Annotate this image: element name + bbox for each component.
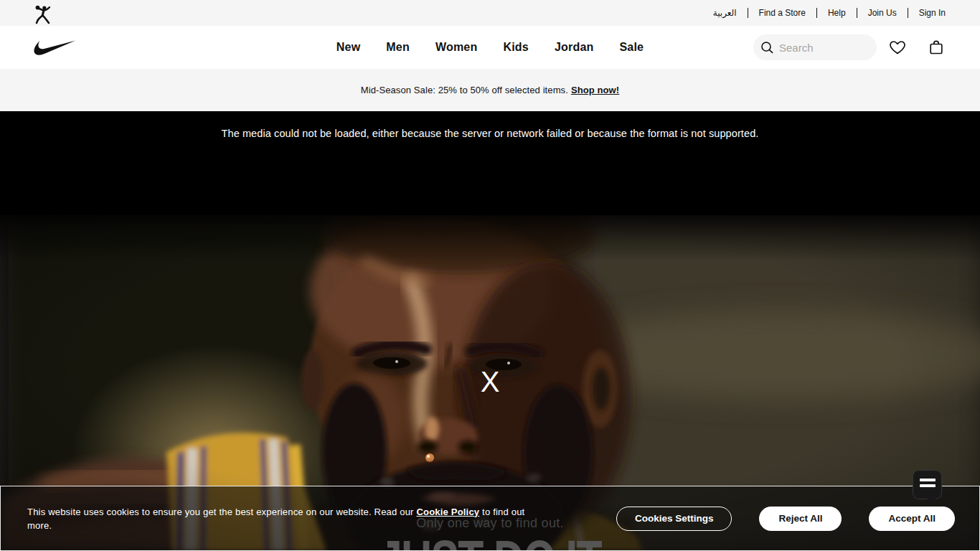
- nav-item-men[interactable]: Men: [386, 41, 410, 54]
- cookie-consent-banner: This website uses cookies to ensure you …: [0, 486, 980, 551]
- cookie-actions: Cookies Settings Reject All Accept All: [616, 507, 955, 531]
- find-a-store-link[interactable]: Find a Store: [759, 8, 806, 18]
- media-error-message: The media could not be loaded, either be…: [222, 128, 759, 139]
- help-link[interactable]: Help: [828, 8, 846, 18]
- promo-banner: Mid-Season Sale: 25% to 50% off selected…: [0, 69, 980, 111]
- cookies-settings-button[interactable]: Cookies Settings: [616, 507, 732, 531]
- chat-widget-icon[interactable]: [913, 470, 942, 499]
- sign-in-link[interactable]: Sign In: [919, 8, 946, 18]
- accept-all-button[interactable]: Accept All: [869, 507, 955, 531]
- jordan-jumpman-logo[interactable]: [34, 4, 52, 24]
- cookie-policy-link[interactable]: Cookie Policy: [416, 507, 479, 517]
- utility-links: العربية Find a Store Help Join Us Sign I…: [713, 8, 946, 18]
- search-input[interactable]: [779, 42, 858, 54]
- utility-bar: العربية Find a Store Help Join Us Sign I…: [0, 0, 980, 26]
- main-header: New Men Women Kids Jordan Sale: [0, 26, 980, 69]
- chat-line: [920, 479, 936, 481]
- divider: [748, 8, 748, 18]
- video-close-x-icon[interactable]: X: [481, 367, 500, 396]
- join-us-link[interactable]: Join Us: [868, 8, 897, 18]
- nav-item-sale[interactable]: Sale: [619, 41, 644, 54]
- divider: [857, 8, 857, 18]
- chat-line: [920, 484, 936, 487]
- nav-item-women[interactable]: Women: [435, 41, 477, 54]
- cookie-message: This website uses cookies to ensure you …: [27, 505, 533, 532]
- nike-swoosh-logo[interactable]: [34, 38, 76, 57]
- cookie-message-start: This website uses cookies to ensure you …: [27, 507, 416, 517]
- header-actions: [753, 34, 946, 60]
- reject-all-button[interactable]: Reject All: [759, 507, 842, 531]
- nav-item-jordan[interactable]: Jordan: [555, 41, 594, 54]
- bag-icon[interactable]: [927, 38, 946, 57]
- locale-link-arabic[interactable]: العربية: [713, 8, 737, 18]
- search-bar[interactable]: [753, 34, 877, 60]
- search-icon[interactable]: [759, 39, 775, 55]
- nav-item-kids[interactable]: Kids: [503, 41, 528, 54]
- promo-message: Mid-Season Sale: 25% to 50% off selected…: [361, 85, 568, 95]
- main-nav: New Men Women Kids Jordan Sale: [336, 41, 644, 54]
- divider: [816, 8, 817, 18]
- nav-item-new[interactable]: New: [336, 41, 361, 54]
- nike-homepage: العربية Find a Store Help Join Us Sign I…: [0, 0, 980, 551]
- video-player-region: The media could not be loaded, either be…: [0, 111, 980, 215]
- divider: [908, 8, 908, 18]
- favorites-heart-icon[interactable]: [888, 38, 907, 57]
- shop-now-link[interactable]: Shop now!: [571, 85, 619, 95]
